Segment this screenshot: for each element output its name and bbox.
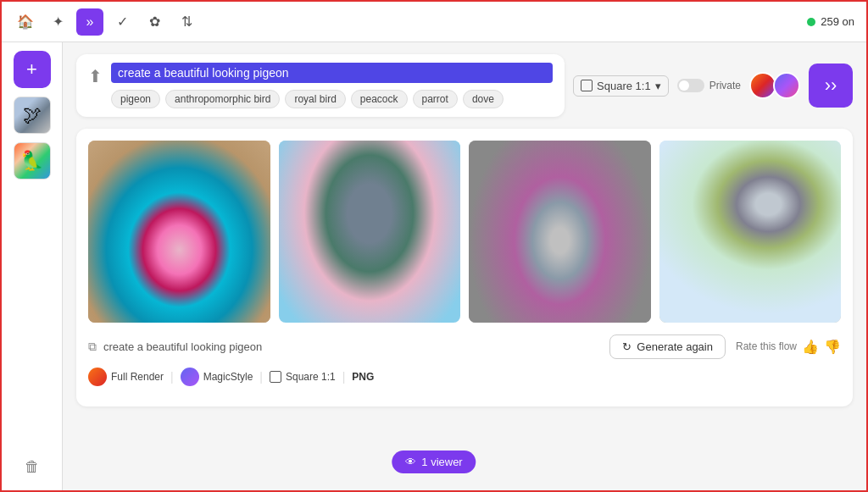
add-button[interactable]: + <box>14 51 51 88</box>
private-toggle[interactable]: Private <box>677 79 741 92</box>
prompt-right-controls: Square 1:1 ▾ Private ›› <box>573 54 853 117</box>
magic-style-label: MagicStyle <box>203 371 253 383</box>
rate-flow: Rate this flow 👍 👎 <box>736 339 841 355</box>
prompt-row: ⬆ create a beautiful looking pigeon pige… <box>76 54 853 117</box>
magic-icon[interactable]: ✿ <box>141 8 168 36</box>
image-card-2[interactable] <box>279 141 461 323</box>
viewer-pill[interactable]: 👁 1 viewer <box>392 451 476 473</box>
tag-parrot[interactable]: parrot <box>413 90 458 108</box>
online-badge: 259 on <box>807 15 854 28</box>
results-container: ⧉ create a beautiful looking pigeon ↻ Ge… <box>76 129 853 406</box>
thumbs-down-icon[interactable]: 👎 <box>824 339 841 355</box>
toolbar: 🏠 ✦ » ✓ ✿ ⇅ 259 on <box>2 2 866 42</box>
caption-text: create a beautiful looking pigeon <box>103 340 262 353</box>
results-actions: ↻ Generate again Rate this flow 👍 👎 <box>609 334 841 359</box>
generate-again-button[interactable]: ↻ Generate again <box>609 334 726 359</box>
tag-royal-bird[interactable]: royal bird <box>285 90 345 108</box>
images-grid <box>88 141 841 323</box>
image-placeholder-2 <box>279 141 461 323</box>
image-placeholder-3 <box>469 141 651 323</box>
aspect-ratio-label: Square 1:1 <box>597 80 651 92</box>
divider-3: | <box>342 370 346 384</box>
sidebar: + 🗑 <box>2 42 63 492</box>
sparkle-icon[interactable]: ✦ <box>44 8 71 36</box>
private-label: Private <box>709 80 741 91</box>
image-placeholder-1 <box>88 141 270 323</box>
refresh-icon: ↻ <box>622 340 632 353</box>
full-render-avatar <box>88 368 107 386</box>
tag-dove[interactable]: dove <box>463 90 504 108</box>
copy-icon[interactable]: ⧉ <box>88 340 97 354</box>
online-count: 259 on <box>821 15 854 28</box>
style-full-render: Full Render <box>88 368 164 386</box>
divider-2: | <box>259 370 263 384</box>
style-tags-row: Full Render | MagicStyle | Square 1:1 | … <box>88 368 841 386</box>
home-icon[interactable]: 🏠 <box>12 8 39 36</box>
sort-icon[interactable]: ⇅ <box>173 8 200 36</box>
aspect-ratio-selector[interactable]: Square 1:1 ▾ <box>573 75 669 97</box>
rate-label: Rate this flow <box>736 340 797 352</box>
sidebar-thumb-bird-art[interactable] <box>14 142 51 180</box>
image-card-4[interactable] <box>659 141 842 323</box>
image-card-3[interactable] <box>469 141 651 323</box>
avatars-row <box>749 72 800 99</box>
main-layout: + 🗑 ⬆ create a beautiful looking pigeon … <box>2 42 866 492</box>
toggle-switch[interactable] <box>677 79 704 92</box>
chevron-down-icon: ▾ <box>655 80 661 92</box>
square-style-icon <box>270 371 281 383</box>
tags-row: pigeon anthropomorphic bird royal bird p… <box>111 90 553 108</box>
tag-peacock[interactable]: peacock <box>351 90 408 108</box>
online-dot <box>807 18 815 26</box>
thumbs-up-icon[interactable]: 👍 <box>802 339 819 355</box>
image-placeholder-4 <box>659 141 842 323</box>
prompt-box-inner: create a beautiful looking pigeon pigeon… <box>111 63 553 108</box>
caption-row: ⧉ create a beautiful looking pigeon ↻ Ge… <box>88 334 841 359</box>
prompt-caption: ⧉ create a beautiful looking pigeon <box>88 340 262 354</box>
content-area: ⬆ create a beautiful looking pigeon pige… <box>63 42 866 492</box>
tag-anthropomorphic-bird[interactable]: anthropomorphic bird <box>165 90 280 108</box>
sidebar-thumb-pigeon[interactable] <box>14 97 51 134</box>
prompt-input[interactable]: create a beautiful looking pigeon <box>111 63 553 83</box>
style-square: Square 1:1 <box>270 371 336 383</box>
image-card-1[interactable] <box>88 141 270 323</box>
upload-icon[interactable]: ⬆ <box>88 66 103 86</box>
full-render-label: Full Render <box>111 371 164 383</box>
check-icon[interactable]: ✓ <box>108 8 136 36</box>
viewer-count: 1 viewer <box>421 456 462 468</box>
png-badge: PNG <box>352 371 374 383</box>
forward-fast-icon[interactable]: » <box>76 8 103 36</box>
magic-style-avatar <box>181 368 199 386</box>
tag-pigeon[interactable]: pigeon <box>111 90 160 108</box>
square-icon <box>581 80 593 91</box>
avatar-2 <box>773 72 800 99</box>
eye-icon: 👁 <box>405 456 416 468</box>
generate-again-label: Generate again <box>637 340 713 353</box>
divider-1: | <box>170 370 174 384</box>
trash-icon[interactable]: 🗑 <box>14 448 51 485</box>
run-button[interactable]: ›› <box>809 64 853 108</box>
style-magic: MagicStyle <box>181 368 253 386</box>
square-label: Square 1:1 <box>286 371 336 383</box>
